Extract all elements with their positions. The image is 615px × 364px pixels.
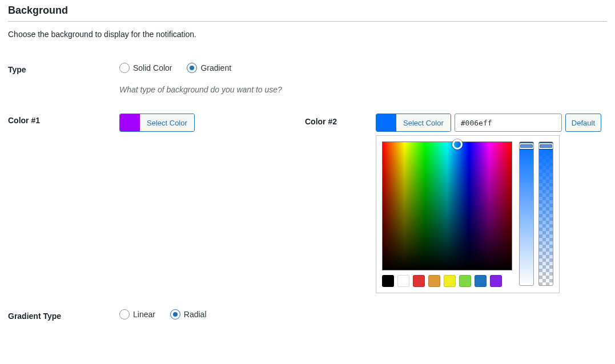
preset-swatch[interactable] bbox=[428, 275, 440, 287]
gradient-option-radial-label: Radial bbox=[184, 310, 207, 319]
preset-swatch[interactable] bbox=[413, 275, 425, 287]
gradient-radio-radial[interactable] bbox=[170, 309, 180, 319]
color1-select-button[interactable]: Select Color bbox=[119, 114, 195, 132]
section-divider bbox=[8, 21, 607, 22]
type-option-gradient-label: Gradient bbox=[200, 63, 231, 72]
color1-swatch bbox=[120, 114, 140, 131]
gradient-type-radio-group: Linear Radial bbox=[119, 309, 601, 321]
type-hint: What type of background do you want to u… bbox=[119, 85, 601, 94]
alpha-slider[interactable] bbox=[538, 141, 553, 286]
preset-swatch[interactable] bbox=[459, 275, 471, 287]
gradient-option-linear-label: Linear bbox=[133, 310, 155, 319]
type-option-solid-label: Solid Color bbox=[133, 63, 172, 72]
color2-button-label: Select Color bbox=[396, 114, 451, 131]
type-label: Type bbox=[8, 55, 119, 106]
color2-select-button[interactable]: Select Color bbox=[376, 114, 451, 132]
gradient-option-linear[interactable]: Linear bbox=[119, 309, 155, 319]
color2-default-button[interactable]: Default bbox=[565, 114, 601, 132]
color2-hex-input[interactable] bbox=[455, 114, 562, 132]
color1-cell: Select Color bbox=[119, 114, 195, 132]
section-title: Background bbox=[8, 5, 607, 19]
saturation-canvas[interactable] bbox=[382, 141, 512, 270]
preset-swatch[interactable] bbox=[382, 275, 394, 287]
color-picker-panel bbox=[376, 135, 560, 293]
gradient-type-label: Gradient Type bbox=[8, 301, 119, 331]
preset-swatch[interactable] bbox=[397, 275, 409, 287]
type-radio-solid[interactable] bbox=[119, 63, 130, 73]
preset-swatch[interactable] bbox=[444, 275, 456, 287]
lightness-slider[interactable] bbox=[519, 141, 534, 286]
lightness-handle[interactable] bbox=[519, 143, 534, 149]
color2-block: Color #2 Select Color Default bbox=[305, 114, 601, 293]
gradient-option-radial[interactable]: Radial bbox=[170, 309, 207, 319]
gradient-radio-linear[interactable] bbox=[119, 309, 130, 319]
preset-swatch-row bbox=[382, 275, 513, 287]
preset-swatch[interactable] bbox=[490, 275, 502, 287]
preset-swatch[interactable] bbox=[475, 275, 487, 287]
color2-label: Color #2 bbox=[305, 114, 372, 126]
type-option-solid[interactable]: Solid Color bbox=[119, 63, 172, 73]
color1-button-label: Select Color bbox=[140, 114, 194, 131]
type-radio-group: Solid Color Gradient bbox=[119, 63, 601, 75]
color2-swatch bbox=[376, 114, 396, 131]
color1-label: Color #1 bbox=[8, 106, 119, 301]
alpha-handle[interactable] bbox=[538, 143, 553, 149]
type-option-gradient[interactable]: Gradient bbox=[187, 63, 231, 73]
section-description: Choose the background to display for the… bbox=[8, 30, 607, 39]
type-radio-gradient[interactable] bbox=[187, 63, 197, 73]
